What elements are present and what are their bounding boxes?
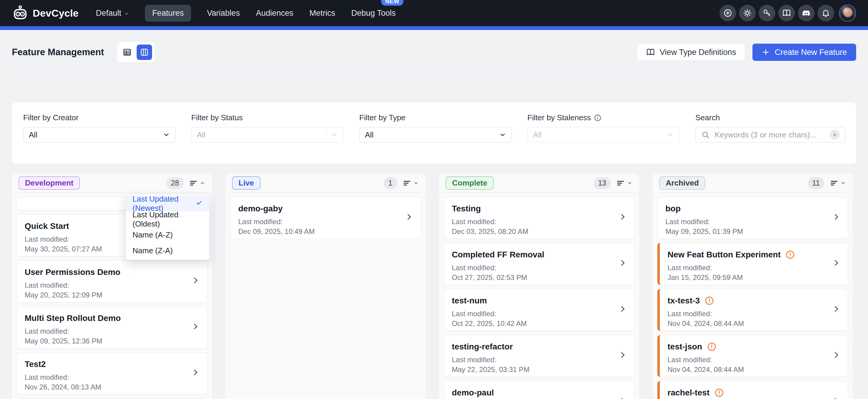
select-divider xyxy=(327,130,327,139)
search-input[interactable] xyxy=(714,130,826,140)
nav-item-default[interactable]: Default xyxy=(96,5,129,22)
list-view-button[interactable] xyxy=(119,44,135,60)
column-sort-button[interactable] xyxy=(829,177,846,189)
feature-created-by: Created: Unknown User xyxy=(668,330,830,331)
feature-card-multi-step-rollout-demo[interactable]: Multi Step Rollout Demo Last modified:Ma… xyxy=(17,306,207,348)
filter-staleness-label-text: Filter by Staleness xyxy=(527,113,591,122)
user-avatar[interactable] xyxy=(839,4,856,22)
filter-status-select[interactable]: All xyxy=(191,127,344,142)
add-circle-icon xyxy=(723,9,732,18)
filter-group-status: Filter by Status All xyxy=(191,113,344,164)
chevron-down-icon xyxy=(124,11,129,16)
sort-lines-icon xyxy=(403,179,411,188)
column-body: bop Last modified:May 09, 2025, 01:39 PM… xyxy=(653,193,853,399)
column-sort-button[interactable] xyxy=(616,177,633,189)
filter-group-staleness: Filter by Staleness All xyxy=(527,113,680,164)
feature-card-testing-refactor[interactable]: testing-refactor Last modified:May 22, 2… xyxy=(444,335,634,377)
column-header: Development 28 xyxy=(12,174,212,192)
nav-item-features[interactable]: Features xyxy=(145,5,191,22)
feature-card-completed-ff-removal[interactable]: Completed FF Removal Last modified:Oct 2… xyxy=(444,243,634,285)
search-label: Search xyxy=(695,113,845,122)
filter-creator-value: All xyxy=(29,130,37,139)
column-status-pill: Complete xyxy=(445,176,494,190)
create-new-feature-label: Create New Feature xyxy=(775,48,847,57)
column-sort-button[interactable] xyxy=(188,177,206,189)
brand-name: DevCycle xyxy=(33,7,79,19)
feature-card-testing[interactable]: Testing Last modified:Dec 03, 2025, 08:2… xyxy=(444,197,634,239)
feature-card-title: tx-test-3 xyxy=(668,296,830,306)
feature-card-test-num[interactable]: test-num Last modified:Oct 22, 2025, 10:… xyxy=(444,289,634,331)
feature-card-title: New Feat Button Experiment xyxy=(668,250,830,260)
stale-warning-icon xyxy=(714,388,724,398)
nav-actions xyxy=(719,4,856,22)
feature-card-title: test-json xyxy=(668,342,830,352)
chevron-right-icon xyxy=(832,305,841,315)
sort-lines-icon xyxy=(616,179,625,188)
feature-card-title: User Permissions Demo xyxy=(25,267,189,277)
add-circle-button[interactable] xyxy=(719,5,736,21)
feature-created-by: Created: Kaushal Kapasi xyxy=(668,284,830,285)
feature-card-rachel-test[interactable]: rachel-test xyxy=(657,381,848,399)
feature-created-by: Created: Parth Suthar xyxy=(452,376,616,377)
view-toggle xyxy=(117,42,154,62)
primary-nav: DefaultFeaturesVariablesAudiencesMetrics… xyxy=(96,5,396,22)
chevron-right-icon xyxy=(191,368,200,379)
header-divider xyxy=(10,74,868,75)
feature-card-demo-paul[interactable]: demo-paul xyxy=(444,381,634,399)
chevron-right-icon xyxy=(191,322,200,333)
feature-last-modified: Last modified:Dec 03, 2025, 08:20 AM xyxy=(452,217,616,236)
nav-item-metrics[interactable]: Metrics xyxy=(309,5,335,22)
feature-card-title: testing-refactor xyxy=(452,342,616,352)
brand[interactable]: DevCycle xyxy=(12,5,79,21)
sort-option-name-z-a[interactable]: Name (Z-A) xyxy=(126,243,209,259)
feature-card-bop[interactable]: bop Last modified:May 09, 2025, 01:39 PM… xyxy=(657,197,848,239)
sort-option-last-updated-newest[interactable]: Last Updated (Newest) xyxy=(126,196,209,211)
stale-warning-icon xyxy=(707,342,716,352)
settings-button[interactable] xyxy=(739,5,756,21)
chevron-right-icon xyxy=(405,212,413,224)
nav-item-audiences[interactable]: Audiences xyxy=(256,5,293,22)
view-type-definitions-button[interactable]: View Type Definitions xyxy=(637,44,745,61)
kanban-column-live: Live 1 demo-gaby Last modified:Dec 09, 2… xyxy=(225,174,426,399)
feature-card-demo-gaby[interactable]: demo-gaby Last modified:Dec 09, 2025, 10… xyxy=(230,197,421,239)
column-count-badge: 11 xyxy=(808,177,824,189)
nav-item-debug-tools[interactable]: Debug ToolsNEW xyxy=(351,5,396,22)
column-header: Complete 13 xyxy=(439,174,639,192)
feature-card-test-json[interactable]: test-json Last modified:Nov 04, 2024, 08… xyxy=(657,335,848,377)
column-count-badge: 13 xyxy=(593,177,611,189)
chevron-right-icon xyxy=(832,397,841,399)
feature-created-by: Created: Cobi Druxerman xyxy=(452,238,616,239)
feature-card-title: bop xyxy=(665,204,830,214)
kanban-view-button[interactable] xyxy=(137,44,152,60)
filter-creator-select[interactable]: All xyxy=(23,127,176,142)
column-header: Archived 11 xyxy=(653,174,853,192)
top-nav: DevCycle DefaultFeaturesVariablesAudienc… xyxy=(0,0,868,26)
filter-type-select[interactable]: All xyxy=(360,127,512,142)
feature-created-by: Created: Unknown User xyxy=(25,394,189,395)
sort-option-label: Name (Z-A) xyxy=(132,246,173,255)
chevron-right-icon xyxy=(832,259,841,270)
feature-card-tx-test-3[interactable]: tx-test-3 Last modified:Nov 04, 2024, 08… xyxy=(657,289,848,331)
kanban-column-complete: Complete 13 Testing Last modified:Dec 03… xyxy=(439,174,639,399)
column-status-pill: Archived xyxy=(659,176,705,190)
sort-lines-icon xyxy=(830,179,839,188)
feature-card-test2[interactable]: Test2 Last modified:Nov 26, 2024, 08:13 … xyxy=(17,353,207,395)
documentation-button[interactable] xyxy=(778,5,795,21)
nav-item-variables[interactable]: Variables xyxy=(207,5,240,22)
discord-button[interactable] xyxy=(798,5,814,21)
search-box xyxy=(695,127,845,142)
nav-item-label: Metrics xyxy=(309,9,335,18)
sort-option-name-a-z[interactable]: Name (A-Z) xyxy=(126,227,209,243)
feature-card-new-feat-button-experiment[interactable]: New Feat Button Experiment Last modified… xyxy=(657,243,848,285)
sort-option-last-updated-oldest[interactable]: Last Updated (Oldest) xyxy=(126,211,209,227)
notifications-button[interactable] xyxy=(817,5,834,21)
filter-staleness-select[interactable]: All xyxy=(527,127,680,142)
header-actions: View Type Definitions Create New Feature xyxy=(637,44,856,61)
view-type-definitions-label: View Type Definitions xyxy=(660,48,736,57)
api-key-icon xyxy=(763,9,771,18)
clear-search-button[interactable] xyxy=(830,130,840,140)
column-sort-button[interactable] xyxy=(402,177,419,189)
api-key-button[interactable] xyxy=(759,5,775,21)
feature-card-user-permissions-demo[interactable]: User Permissions Demo Last modified:May … xyxy=(17,260,207,302)
create-new-feature-button[interactable]: Create New Feature xyxy=(752,44,856,61)
